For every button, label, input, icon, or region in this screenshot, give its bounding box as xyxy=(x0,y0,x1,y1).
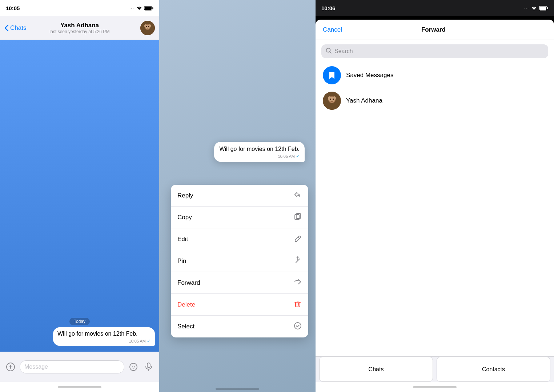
contact-status: last seen yesterday at 5:26 PM xyxy=(50,29,110,34)
emoji-icon xyxy=(129,363,138,371)
forward-label: Forward xyxy=(177,279,200,287)
date-label: Today xyxy=(4,318,155,324)
svg-rect-29 xyxy=(547,7,548,9)
context-menu: Reply Copy Edit Pin Forward xyxy=(171,185,308,337)
contact-yash-adhana[interactable]: Yash Adhana xyxy=(316,88,554,113)
panel3-time: 10:06 xyxy=(321,5,335,11)
panel3-status-icons: ··· xyxy=(524,5,548,11)
tab-chats[interactable]: Chats xyxy=(319,357,433,382)
nav-center: Yash Adhana last seen yesterday at 5:26 … xyxy=(50,22,110,34)
status-bar: 10:05 ··· xyxy=(0,0,159,16)
svg-rect-22 xyxy=(296,302,300,307)
yash-name: Yash Adhana xyxy=(346,97,382,104)
search-icon xyxy=(326,48,332,55)
tab-chats-label: Chats xyxy=(369,366,384,373)
copy-label: Copy xyxy=(177,214,192,221)
input-placeholder: Message xyxy=(24,364,48,370)
svg-rect-18 xyxy=(296,213,301,219)
mic-icon xyxy=(145,363,153,371)
status-time: 10:05 xyxy=(6,5,20,11)
emoji-button[interactable] xyxy=(127,361,140,373)
home-bar xyxy=(58,386,101,388)
pin-label: Pin xyxy=(177,257,186,265)
panel3-status-bar: 10:06 ··· xyxy=(316,0,554,16)
svg-rect-28 xyxy=(539,7,546,10)
edit-icon xyxy=(294,234,302,244)
reply-icon xyxy=(294,191,302,200)
saved-messages-name: Saved Messages xyxy=(346,72,393,79)
message-preview: Will go for movies on 12th Feb. 10:05 AM… xyxy=(214,142,305,162)
contact-name: Yash Adhana xyxy=(50,22,110,29)
search-magnifier xyxy=(326,48,332,53)
reply-label: Reply xyxy=(177,192,193,199)
context-copy[interactable]: Copy xyxy=(171,207,308,228)
messages-area: Today Will go for movies on 12th Feb. 10… xyxy=(0,313,159,352)
panel2-status-bar: 10:05 xyxy=(159,0,316,16)
forward-icon xyxy=(294,278,302,288)
chat-panel: 10:05 ··· Chats Yash Adhana last seen ye… xyxy=(0,0,159,392)
wifi-icon xyxy=(136,6,142,10)
svg-line-31 xyxy=(330,52,331,53)
forward-header: Cancel Forward xyxy=(316,20,554,40)
preview-check: ✓ xyxy=(296,154,300,159)
delete-icon xyxy=(294,300,302,309)
svg-rect-16 xyxy=(147,363,150,368)
nav-bar: Chats Yash Adhana last seen yesterday at… xyxy=(0,16,159,40)
saved-messages-avatar xyxy=(323,66,341,84)
context-pin[interactable]: Pin xyxy=(171,250,308,272)
contact-avatar[interactable] xyxy=(140,21,155,35)
yash-avatar-image xyxy=(323,92,341,110)
panel3-signal: ··· xyxy=(524,5,529,11)
select-icon xyxy=(294,322,302,332)
message-text: Will go for movies on 12th Feb. xyxy=(57,330,150,338)
svg-point-8 xyxy=(146,26,147,27)
svg-point-15 xyxy=(134,366,135,367)
panel3-battery-icon xyxy=(539,6,548,11)
forward-title: Forward xyxy=(421,26,446,33)
search-placeholder: Search xyxy=(334,48,353,55)
battery-icon xyxy=(144,6,153,11)
svg-point-14 xyxy=(132,366,133,367)
forward-panel: 10:06 ··· Cancel Forward xyxy=(316,0,554,392)
svg-line-20 xyxy=(298,237,300,239)
copy-icon xyxy=(294,212,302,222)
preview-meta: 10:05 AM ✓ xyxy=(219,154,300,159)
contacts-list: Saved Messages Yash Adhana xyxy=(316,63,554,356)
search-bar[interactable]: Search xyxy=(321,44,548,58)
context-select[interactable]: Select xyxy=(171,316,308,337)
forward-bottom-tabs: Chats Contacts xyxy=(316,356,554,382)
pin-icon xyxy=(294,256,302,266)
status-icons: ··· xyxy=(129,5,153,11)
select-label: Select xyxy=(177,323,194,330)
delete-label: Delete xyxy=(177,301,195,308)
panel3-wifi-icon xyxy=(531,6,537,10)
back-button[interactable]: Chats xyxy=(4,24,26,32)
yash-avatar xyxy=(323,92,341,110)
message-input[interactable]: Message xyxy=(20,360,124,373)
bookmark-icon xyxy=(327,70,337,80)
preview-text: Will go for movies on 12th Feb. xyxy=(219,145,300,153)
chevron-left-icon xyxy=(4,24,9,32)
svg-rect-2 xyxy=(153,7,153,9)
mic-button[interactable] xyxy=(142,361,155,373)
chat-background: Today Will go for movies on 12th Feb. 10… xyxy=(0,40,159,352)
tab-contacts[interactable]: Contacts xyxy=(437,357,550,382)
svg-rect-1 xyxy=(145,7,152,10)
contact-saved-messages[interactable]: Saved Messages xyxy=(316,63,554,88)
svg-point-13 xyxy=(130,363,137,371)
attach-button[interactable] xyxy=(4,361,17,373)
back-label: Chats xyxy=(10,24,26,32)
context-edit[interactable]: Edit xyxy=(171,228,308,250)
context-menu-panel: 10:05 Will go for movies on 12th Feb. 10… xyxy=(159,0,316,392)
svg-point-38 xyxy=(333,99,334,100)
context-delete[interactable]: Delete xyxy=(171,294,308,316)
read-receipt: ✓ xyxy=(147,339,150,344)
context-forward[interactable]: Forward xyxy=(171,272,308,294)
panel3-home-indicator xyxy=(316,382,554,392)
message-meta: 10:05 AM ✓ xyxy=(57,339,150,344)
cancel-button[interactable]: Cancel xyxy=(323,26,342,33)
signal-icon: ··· xyxy=(129,5,134,11)
tab-contacts-label: Contacts xyxy=(482,366,505,373)
svg-point-9 xyxy=(148,26,149,27)
context-reply[interactable]: Reply xyxy=(171,185,308,207)
